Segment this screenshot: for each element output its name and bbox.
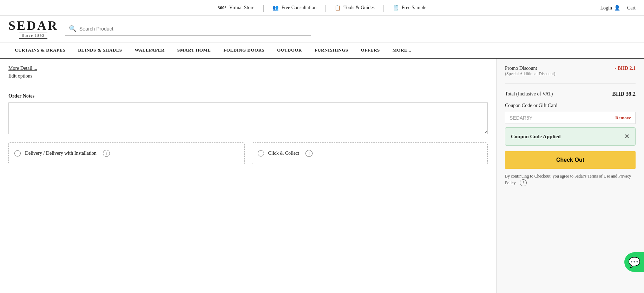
delivery-radio-2[interactable] — [258, 150, 264, 157]
logo[interactable]: SEDAR Since 1892 — [8, 19, 58, 39]
virtual-store-link[interactable]: 360° Virtual Store — [209, 5, 263, 11]
coupon-applied-text: Coupon Code Applied — [511, 134, 561, 140]
delivery-info-icon-2[interactable]: i — [305, 150, 313, 157]
nav-furnishings[interactable]: FURNISHINGS — [308, 42, 355, 58]
delivery-label-2: Click & Collect — [268, 151, 300, 156]
free-consultation-link[interactable]: 👥 Free Consultation — [264, 5, 325, 11]
tools-guides-link[interactable]: 📋 Tools & Guides — [326, 5, 383, 11]
free-consultation-label: Free Consultation — [281, 5, 316, 11]
nav-more[interactable]: MORE... — [386, 42, 418, 58]
edit-options-link[interactable]: Edit options — [8, 73, 488, 79]
checkout-terms: By continuing to Checkout, you agree to … — [505, 173, 636, 186]
cart-link[interactable]: Cart — [627, 5, 636, 11]
divider-promo — [505, 84, 636, 84]
promo-value: - BHD 2.1 — [615, 66, 636, 71]
whatsapp-float-btn[interactable]: 💬 — [624, 252, 644, 272]
right-panel: Promo Discount (Special Additional Disco… — [497, 59, 644, 293]
delivery-info-icon-1[interactable]: i — [103, 150, 110, 157]
coupon-input-row: Remove — [505, 112, 636, 124]
nav-bar: CURTAINS & DRAPES BLINDS & SHADES WALLPA… — [0, 42, 644, 59]
delivery-label-1: Delivery / Delivery with Installation — [25, 151, 97, 156]
consultation-icon: 👥 — [272, 5, 278, 11]
order-notes-label: Order Notes — [8, 93, 488, 99]
nav-offers[interactable]: OFFERS — [355, 42, 386, 58]
virtual-store-label: Virtual Store — [229, 5, 255, 11]
order-notes-textarea[interactable] — [8, 102, 488, 134]
checkout-button[interactable]: Check Out — [505, 151, 636, 169]
total-value: BHD 39.2 — [612, 91, 636, 97]
search-input[interactable] — [79, 26, 308, 32]
left-panel: More Detail.... Edit options Order Notes… — [0, 59, 497, 293]
cart-label: Cart — [627, 5, 636, 11]
search-icon: 🔍 — [69, 25, 77, 33]
delivery-options: Delivery / Delivery with Installation i … — [8, 142, 488, 164]
login-link[interactable]: Login 👤 — [600, 5, 620, 11]
user-icon: 👤 — [614, 5, 620, 11]
total-row: Total (Inclusive of VAT) BHD 39.2 — [505, 91, 636, 97]
nav-curtains[interactable]: CURTAINS & DRAPES — [8, 42, 72, 58]
remove-coupon-btn[interactable]: Remove — [615, 115, 631, 121]
coupon-close-btn[interactable]: ✕ — [624, 133, 630, 140]
delivery-option-1[interactable]: Delivery / Delivery with Installation i — [8, 142, 245, 164]
free-sample-label: Free Sample — [402, 5, 426, 11]
promo-sublabel: (Special Additional Discount) — [505, 71, 555, 76]
coupon-applied-banner: Coupon Code Applied ✕ — [505, 127, 636, 146]
top-bar-right: Login 👤 Cart — [600, 5, 636, 11]
terms-info-icon[interactable]: i — [520, 179, 527, 186]
logo-text: SEDAR — [8, 19, 58, 32]
logo-since: Since 1892 — [19, 33, 48, 39]
main-content: More Detail.... Edit options Order Notes… — [0, 59, 644, 293]
nav-blinds[interactable]: BLINDS & SHADES — [72, 42, 128, 58]
360-icon: 360° — [218, 5, 226, 11]
search-bar: 🔍 — [65, 23, 311, 35]
top-bar-links: 360° Virtual Store | 👥 Free Consultation… — [7, 4, 637, 11]
free-sample-link[interactable]: 🗒️ Free Sample — [385, 5, 435, 11]
nav-smart-home[interactable]: SMART HOME — [171, 42, 217, 58]
coupon-section-label: Coupon Code or Gift Card — [505, 103, 636, 108]
tools-guides-label: Tools & Guides — [343, 5, 374, 11]
coupon-input[interactable] — [510, 115, 615, 121]
delivery-radio-1[interactable] — [14, 150, 21, 157]
whatsapp-icon: 💬 — [628, 257, 640, 268]
promo-label-area: Promo Discount (Special Additional Disco… — [505, 66, 555, 76]
nav-folding-doors[interactable]: FOLDING DOORS — [217, 42, 271, 58]
promo-row: Promo Discount (Special Additional Disco… — [505, 66, 636, 76]
promo-label: Promo Discount — [505, 66, 555, 71]
total-label: Total (Inclusive of VAT) — [505, 91, 553, 97]
login-label: Login — [600, 5, 612, 11]
header: SEDAR Since 1892 🔍 — [0, 16, 644, 42]
nav-wallpaper[interactable]: WALLPAPER — [129, 42, 171, 58]
sample-icon: 🗒️ — [393, 5, 399, 11]
delivery-option-2[interactable]: Click & Collect i — [252, 142, 488, 164]
more-detail-link[interactable]: More Detail.... — [8, 66, 488, 71]
nav-outdoor[interactable]: OUTDOOR — [271, 42, 308, 58]
divider-product — [8, 86, 488, 86]
tools-icon: 📋 — [335, 5, 341, 11]
top-bar: 360° Virtual Store | 👥 Free Consultation… — [0, 0, 644, 16]
